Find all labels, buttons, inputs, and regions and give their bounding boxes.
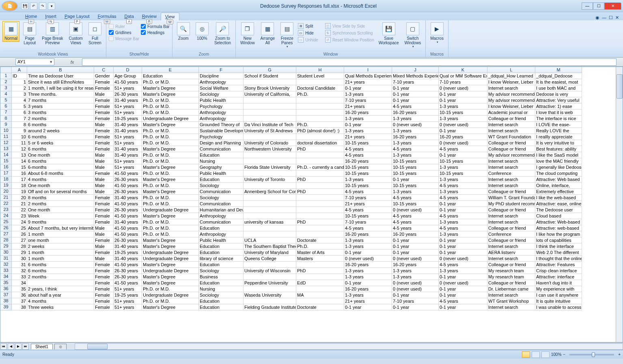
cell[interactable]: 1-3 years xyxy=(392,189,439,195)
cell[interactable]: I use both MAC and xyxy=(535,85,582,91)
cell[interactable]: WT Grant Workshop xyxy=(487,298,535,304)
cell[interactable]: Female xyxy=(94,237,114,243)
worksheet-grid[interactable]: ABCDEFGHIJKLM1IDTime as Dedoose UserGend… xyxy=(0,67,623,342)
cell[interactable]: 0 (never used) xyxy=(439,122,487,128)
cell[interactable]: Master of Arts xyxy=(296,250,344,256)
cell[interactable]: My research team xyxy=(487,268,535,274)
row-header-20[interactable]: 20 xyxy=(0,189,12,195)
cell[interactable]: 7-10 years xyxy=(392,298,439,304)
cell[interactable] xyxy=(296,225,344,231)
row-header-19[interactable]: 19 xyxy=(0,183,12,189)
tab-review[interactable]: ReviewR xyxy=(138,13,161,20)
cell[interactable]: 3 months xyxy=(27,110,94,116)
cell[interactable]: PhD xyxy=(296,268,344,274)
cell[interactable]: 4 xyxy=(12,97,27,103)
cell[interactable]: 4-5 years xyxy=(439,183,487,189)
cell[interactable]: Attractive: Features xyxy=(535,262,582,268)
cell[interactable] xyxy=(296,170,344,177)
cell[interactable] xyxy=(296,97,344,103)
cell[interactable]: Public Health xyxy=(199,97,244,103)
cell[interactable]: 0 (never used) xyxy=(392,122,439,128)
cell[interactable]: 4-5 years xyxy=(439,298,487,304)
row-header-34[interactable]: 34 xyxy=(0,274,12,280)
cell[interactable] xyxy=(244,207,296,213)
cell[interactable]: PhD xyxy=(296,146,344,152)
cell[interactable]: 0-1 year xyxy=(439,274,487,280)
hscroll-thumb[interactable] xyxy=(87,344,108,349)
cell[interactable]: Ph.D. or M.D. xyxy=(142,225,199,231)
row-header-25[interactable]: 25 xyxy=(0,219,12,225)
cell[interactable]: Internet search xyxy=(487,256,535,262)
custom-views-button[interactable]: ▣Custom Views xyxy=(67,21,85,46)
cell[interactable]: 1-3 years xyxy=(344,116,392,122)
cell[interactable]: 10-15 years xyxy=(344,140,392,146)
cell[interactable]: Female xyxy=(94,146,114,152)
cell[interactable]: 6-months xyxy=(27,164,94,170)
cell[interactable]: 10-15 years xyxy=(392,158,439,164)
cell[interactable] xyxy=(244,158,296,164)
cell[interactable]: Attractive: Web based xyxy=(535,177,582,183)
cell[interactable]: 16-20 years xyxy=(392,110,439,116)
cell[interactable]: 21+ years xyxy=(344,201,392,207)
page-break-preview-button[interactable]: ▥Page Break Preview xyxy=(40,21,65,46)
cell[interactable]: Ph.D. or M.D. xyxy=(142,110,199,116)
cell[interactable]: Social Welfare xyxy=(199,85,244,91)
cell[interactable]: 1-3 years xyxy=(439,231,487,237)
cell[interactable]: Colleague or friend xyxy=(487,237,535,243)
cell[interactable]: 4-5 years xyxy=(392,195,439,201)
cell[interactable]: Female xyxy=(94,250,114,256)
cell[interactable]: 0-1 year xyxy=(344,250,392,256)
row-header-7[interactable]: 7 xyxy=(0,110,12,116)
cell[interactable] xyxy=(244,116,296,122)
cell[interactable]: Sociology xyxy=(199,183,244,189)
cell[interactable] xyxy=(244,170,296,177)
cell[interactable]: Annenberg School for Communication xyxy=(244,189,296,195)
qat-dropdown-icon[interactable]: ▾ xyxy=(48,2,55,10)
cell[interactable]: Education xyxy=(199,225,244,231)
cell[interactable]: Female xyxy=(94,213,114,219)
col-header-G[interactable]: G xyxy=(244,67,296,73)
cell[interactable]: ID xyxy=(12,73,27,79)
row-header-6[interactable]: 6 xyxy=(0,103,12,110)
cell[interactable] xyxy=(296,116,344,122)
cell[interactable]: Sociology xyxy=(199,195,244,201)
row-header-5[interactable]: 5 xyxy=(0,97,12,103)
cell[interactable]: Colleague or friend xyxy=(487,189,535,195)
cell[interactable]: 1-3 years xyxy=(392,116,439,122)
cell[interactable] xyxy=(244,195,296,201)
cell[interactable]: The Southern Baptist Theological xyxy=(244,243,296,250)
col-header-A[interactable]: A xyxy=(12,67,27,73)
cell[interactable]: 1-3 years xyxy=(439,189,487,195)
office-button[interactable]: 📄 xyxy=(2,1,18,11)
cell[interactable]: 31-40 years xyxy=(114,146,142,152)
cell[interactable] xyxy=(296,231,344,237)
cell[interactable]: Ph.D. or M.D. xyxy=(142,152,199,158)
qat-undo-icon[interactable]: ↶ xyxy=(30,2,37,10)
cell[interactable]: Da Vinci Institute of Tech xyxy=(244,122,296,128)
cell[interactable]: 31-40 years xyxy=(114,97,142,103)
cell[interactable]: 10-15 years xyxy=(439,170,487,177)
cell[interactable]: My PhD student recommended xyxy=(487,201,535,207)
cell[interactable] xyxy=(296,298,344,304)
cell[interactable]: 31-40 years xyxy=(114,128,142,134)
cell[interactable]: Fielding Graduate Institute xyxy=(244,304,296,310)
cell[interactable]: 1-3 years xyxy=(392,274,439,280)
cell[interactable]: Conference xyxy=(487,231,535,237)
page-break-view-btn[interactable] xyxy=(541,351,550,358)
cell[interactable]: Best features: ability xyxy=(535,146,582,152)
cell[interactable]: 0-1 year xyxy=(439,201,487,207)
sheet-tab-active[interactable]: Sheet1 xyxy=(31,344,53,349)
cell[interactable]: around 2 weeks xyxy=(27,128,94,134)
cell[interactable]: 7-10 years xyxy=(439,79,487,85)
cell[interactable] xyxy=(244,201,296,207)
cell[interactable]: Discipline xyxy=(199,73,244,79)
cell[interactable]: 0-1 year xyxy=(392,292,439,298)
cell[interactable]: Sustainable Development xyxy=(199,128,244,134)
cell[interactable]: WT Grant Foundation xyxy=(487,134,535,140)
cell[interactable]: Female xyxy=(94,304,114,310)
new-sheet-tab[interactable]: ⊕ xyxy=(54,344,67,349)
cell[interactable]: 9 months xyxy=(27,219,94,225)
cell[interactable]: Internet search xyxy=(487,292,535,298)
cell[interactable]: Internet search xyxy=(487,128,535,134)
cell[interactable]: 6 months xyxy=(27,122,94,128)
